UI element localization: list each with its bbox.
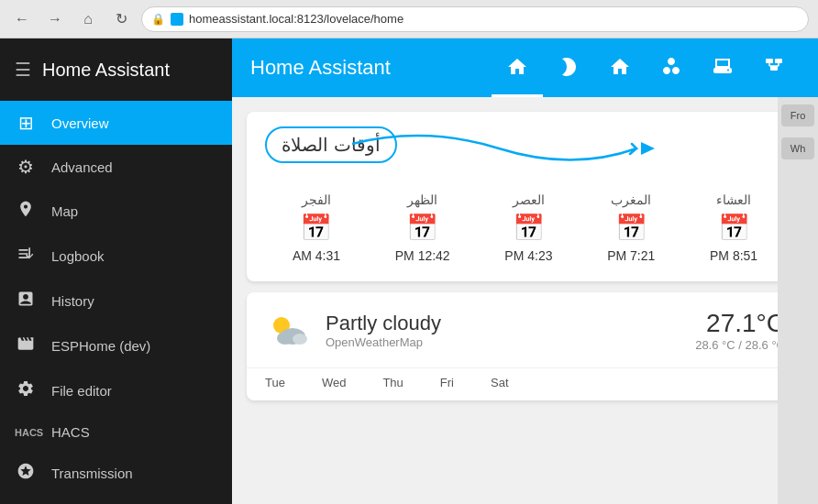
menu-icon[interactable]: ☰ [15,59,31,81]
sidebar-label-advanced: Advanced [51,159,113,175]
prayer-time-asr: العصر 📅 4:23 PM [504,192,552,263]
prayer-time-val-dhuhr: 12:42 PM [395,248,450,263]
prayer-name-fajr: الفجر [302,192,331,207]
sidebar-item-overview[interactable]: ⊞ Overview [0,101,232,145]
top-nav-bath[interactable] [646,38,697,97]
forecast-row: Tue Wed Thu Fri Sat [247,367,803,400]
calendar-icon-fajr: 📅 [300,213,332,243]
sidebar-item-esphome[interactable]: ESPHome (dev) [0,323,232,368]
back-button[interactable]: ← [9,6,35,32]
sidebar-item-transmission[interactable]: Transmission [0,451,232,496]
top-nav-home[interactable] [492,38,543,97]
prayer-name-maghrib: المغرب [611,192,651,207]
overview-icon: ⊞ [15,112,37,134]
sidebar-item-map[interactable]: Map [0,189,232,234]
sidebar-title: Home Assistant [42,60,170,81]
weather-temperature: 27.1°C [695,309,785,338]
content-area: أوقات الصلاة العشاء 📅 8:51 PM المغرب [232,97,818,504]
sidebar-label-overview: Overview [51,115,109,131]
weather-condition: Partly cloudy [326,312,680,335]
transmission-icon [15,462,37,485]
forecast-day-thu: Thu [382,376,403,389]
prayer-name-isha: العشاء [716,192,751,207]
forecast-day-wed: Wed [322,376,347,389]
prayer-name-asr: العصر [513,192,545,207]
sidebar-item-hacs[interactable]: HACS HACS [0,413,232,451]
weather-source: OpenWeatherMap [326,335,680,349]
browser-chrome: ← → ⌂ ↻ 🔒 homeassistant.local:8123/lovel… [0,0,818,38]
svg-point-9 [277,332,293,345]
sidebar-item-history[interactable]: History [0,279,232,323]
top-nav [492,38,800,97]
prayer-card: أوقات الصلاة العشاء 📅 8:51 PM المغرب [247,112,803,281]
prayer-time-isha: العشاء 📅 8:51 PM [710,192,757,263]
sidebar-item-logbook[interactable]: Logbook [0,234,232,279]
weather-range: 28.6 °C / 28.6 °C [695,338,785,352]
favicon [171,13,183,26]
annotation-arrow [352,121,664,176]
fileeditor-icon [15,379,37,402]
home-nav-button[interactable]: ⌂ [75,6,101,32]
prayer-name-dhuhr: الظهر [407,192,437,207]
top-bar: Home Assistant [232,38,818,97]
right-panel-fro: Fro [781,104,814,126]
sidebar-label-transmission: Transmission [51,466,133,481]
sidebar-label-fileeditor: File editor [51,383,112,399]
advanced-icon: ⚙ [15,156,37,178]
history-icon [15,290,37,312]
svg-marker-6 [641,142,655,155]
sidebar: ☰ Home Assistant ⊞ Overview ⚙ Advanced M… [0,38,232,504]
address-bar[interactable]: 🔒 homeassistant.local:8123/lovelace/home [141,6,809,32]
app-container: ☰ Home Assistant ⊞ Overview ⚙ Advanced M… [0,38,818,504]
prayer-time-fajr: الفجر 📅 4:31 AM [293,192,340,263]
reload-button[interactable]: ↻ [108,6,134,32]
forecast-day-sat: Sat [491,376,509,389]
svg-point-10 [293,334,307,345]
weather-icon [265,307,311,353]
top-nav-monitor[interactable] [697,38,748,97]
forecast-day-tue: Tue [265,376,285,389]
hacs-icon: HACS [15,427,37,438]
sidebar-label-logbook: Logbook [51,248,105,264]
prayer-time-val-maghrib: 7:21 PM [607,248,655,263]
sidebar-label-map: Map [51,203,78,219]
map-icon [15,200,37,223]
right-panel-wh: Wh [781,137,814,159]
calendar-icon-isha: 📅 [718,213,750,243]
prayer-time-val-asr: 4:23 PM [504,248,552,263]
top-nav-network[interactable] [748,38,800,97]
svg-rect-1 [775,59,782,63]
lock-icon: 🔒 [151,13,165,26]
weather-card-body: Partly cloudy OpenWeatherMap 27.1°C 28.6… [247,292,803,367]
prayer-times: العشاء 📅 8:51 PM المغرب 📅 7:21 PM العصر … [265,192,785,263]
top-nav-light[interactable] [543,38,594,97]
weather-info: Partly cloudy OpenWeatherMap [326,312,680,349]
sidebar-header: ☰ Home Assistant [0,38,232,101]
top-nav-house2[interactable] [594,38,646,97]
forecast-day-fri: Fri [440,376,454,389]
prayer-time-val-fajr: 4:31 AM [293,248,340,263]
forward-button[interactable]: → [42,6,68,32]
prayer-time-maghrib: المغرب 📅 7:21 PM [607,192,655,263]
topbar-title: Home Assistant [250,56,492,80]
weather-card: Partly cloudy OpenWeatherMap 27.1°C 28.6… [247,292,803,400]
prayer-time-dhuhr: الظهر 📅 12:42 PM [395,192,450,263]
url-text: homeassistant.local:8123/lovelace/home [189,12,403,26]
sidebar-item-fileeditor[interactable]: File editor [0,368,232,413]
sidebar-label-hacs: HACS [51,424,90,440]
esphome-icon [15,334,37,357]
prayer-time-val-isha: 8:51 PM [710,248,757,263]
svg-rect-0 [766,59,773,63]
sidebar-label-history: History [51,293,94,309]
prayer-title: أوقات الصلاة [265,126,397,163]
main-content: Home Assistant [232,38,818,504]
right-panel-peek: Fro Wh [778,97,818,504]
calendar-icon-maghrib: 📅 [615,213,647,243]
calendar-icon-asr: 📅 [513,213,545,243]
logbook-icon [15,245,37,268]
calendar-icon-dhuhr: 📅 [406,213,438,243]
sidebar-item-advanced[interactable]: ⚙ Advanced [0,145,232,189]
sidebar-label-esphome: ESPHome (dev) [51,338,150,354]
